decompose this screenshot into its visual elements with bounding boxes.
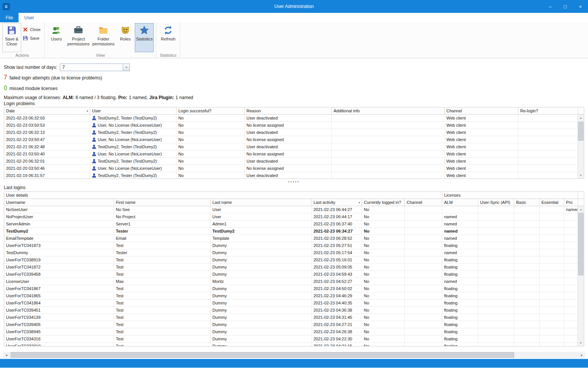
cell-text: 2021-02-19 06:31:57 — [6, 173, 45, 178]
user-icon — [92, 166, 96, 171]
cell-text: floating — [444, 243, 457, 248]
column-header-info[interactable]: Additional info — [332, 107, 445, 115]
column-header-activity[interactable]: Last activity▼ — [312, 199, 362, 206]
column-header-last[interactable]: Last name — [211, 199, 312, 206]
scroll-up-icon[interactable]: ▲ — [578, 115, 584, 121]
scroll-left-icon[interactable]: ◀ — [3, 352, 9, 358]
column-header-date[interactable]: Date▼ — [4, 107, 90, 115]
save-button[interactable]: Save — [23, 36, 41, 41]
cell-text: Dummy — [212, 286, 227, 291]
column-header-reason[interactable]: Reason — [245, 107, 332, 115]
cell-text: UserForTC041867 — [6, 286, 41, 291]
table-row[interactable]: 2021-02-23 06:32:03TestDumy2, Tester (Te… — [4, 115, 584, 122]
column-header-username[interactable]: Username — [4, 199, 114, 206]
table-row[interactable]: UserForTC039405TestDummy2021-02-23 04:27… — [4, 321, 584, 328]
sort-filter-icon[interactable]: ▼ — [358, 202, 360, 204]
combobox-dropdown-icon[interactable]: ▼ — [123, 64, 129, 71]
column-header-sync[interactable]: User-Sync (API) — [478, 199, 514, 206]
table-row[interactable]: UserForTC041873TestDummy2021-02-23 05:27… — [4, 242, 584, 249]
last-logins-vscrollbar[interactable]: ▲ ▼ — [577, 206, 584, 346]
cell-essential — [540, 335, 564, 343]
scrollbar-thumb[interactable] — [578, 122, 583, 141]
column-header-relogin[interactable]: Re-login? — [518, 107, 578, 115]
column-header-channel[interactable]: Channel — [445, 107, 518, 115]
tab-user[interactable]: User — [19, 13, 39, 22]
cell-sync — [478, 321, 514, 328]
scroll-up-icon[interactable]: ▲ — [578, 206, 584, 213]
cell-pro — [564, 220, 578, 228]
table-row[interactable]: UserForTC038945TestDummy2021-02-23 04:26… — [4, 328, 584, 335]
table-row[interactable]: 2021-02-21 06:32:48TestDumy2, Tester (Te… — [4, 143, 584, 151]
cell-success: No — [176, 151, 245, 158]
column-header-user[interactable]: User — [90, 107, 176, 115]
table-row[interactable]: UserForTC034316TestDummy2021-02-23 04:22… — [4, 335, 584, 343]
table-row[interactable]: UserForTC034139TestDummy2021-02-23 04:31… — [4, 314, 584, 321]
table-row[interactable]: TestDumy2TesterTestDumy22021-02-23 06:34… — [4, 228, 584, 235]
table-row[interactable]: 2021-02-20 06:32:01TestDumy2, Tester (Te… — [4, 158, 584, 165]
cell-pro — [564, 300, 578, 307]
column-header-first[interactable]: First name — [114, 199, 211, 206]
table-row[interactable]: TestDummyTesterDummy2021-02-23 05:17:54N… — [4, 249, 584, 256]
table-row[interactable]: UserForTC039458TestDummy2021-02-23 04:59… — [4, 271, 584, 278]
column-header-pro[interactable]: Pro — [564, 199, 578, 206]
column-header-essential[interactable]: Essential — [540, 199, 564, 206]
table-row[interactable]: NoProjectUserNo ProjectUser2021-02-23 06… — [4, 213, 584, 220]
app-icon[interactable]: c — [3, 3, 10, 10]
sort-filter-icon[interactable]: ▼ — [86, 110, 89, 112]
save-and-close-button[interactable]: Save & Close — [2, 23, 21, 52]
column-header-label: Basic — [516, 200, 526, 205]
cell-last: Dummy — [211, 292, 312, 300]
table-row[interactable]: UserForTC041872TestDummy2021-02-23 05:09… — [4, 264, 584, 271]
table-row[interactable]: UserForTC039451TestDummy2021-02-23 04:36… — [4, 307, 584, 314]
cell-alm: floating — [442, 242, 478, 249]
close-button[interactable]: Close — [23, 27, 41, 32]
table-row[interactable]: 2021-02-22 03:50:47User, No License (NoL… — [4, 136, 584, 143]
minimize-button[interactable]: – — [543, 0, 558, 13]
column-header-channel[interactable]: Channel — [405, 199, 442, 206]
cell-info — [332, 115, 445, 122]
table-row[interactable]: UserForTC032910TestDummy2021-02-23 04:21… — [4, 343, 584, 346]
refresh-button[interactable]: Refresh — [159, 23, 178, 52]
table-row[interactable]: UserForTC038919TestDummy2021-02-23 05:16… — [4, 256, 584, 264]
table-row[interactable]: NoSeeUserNo SeeUser2021-02-23 06:44:27No… — [4, 206, 584, 213]
table-row[interactable]: EmailTemplateEmailTemplate2021-02-23 06:… — [4, 235, 584, 242]
table-row[interactable]: 2021-02-19 06:31:57TestDumy2, Tester (Te… — [4, 172, 584, 179]
close-window-button[interactable]: × — [573, 0, 588, 13]
table-row[interactable]: LicenseUserMaxMoritz2021-02-23 04:52:27N… — [4, 278, 584, 285]
column-header-alm[interactable]: ALM — [442, 199, 478, 206]
cell-pro — [564, 249, 578, 256]
scroll-down-icon[interactable]: ▼ — [578, 340, 584, 346]
days-filter-label: Show last number of days: — [4, 65, 57, 70]
cell-text: ServerAdmin — [6, 222, 30, 226]
horizontal-scrollbar[interactable]: ◀ ▶ — [3, 352, 585, 358]
table-row[interactable]: 2021-02-21 03:50:40User, No License (NoL… — [4, 151, 584, 158]
table-row[interactable]: 2021-02-20 03:50:46User, No License (NoL… — [4, 165, 584, 172]
table-row[interactable]: 2021-02-23 03:50:53User, No License (NoL… — [4, 122, 584, 129]
column-header-label: Channel — [446, 109, 462, 113]
table-row[interactable]: UserForTC041865TestDummy2021-02-23 04:46… — [4, 292, 584, 300]
scrollbar-thumb[interactable] — [578, 213, 583, 275]
scroll-right-icon[interactable]: ▶ — [579, 352, 585, 358]
tab-file[interactable]: File — [0, 13, 19, 22]
statistics-button[interactable]: Statistics — [135, 23, 154, 52]
scroll-down-icon[interactable]: ▼ — [578, 172, 584, 179]
users-button[interactable]: Users — [47, 23, 66, 52]
hscrollbar-thumb[interactable] — [11, 352, 514, 358]
cell-text: No See — [116, 207, 130, 212]
days-combobox[interactable]: 7 ▼ — [60, 64, 130, 71]
cell-text: No — [178, 173, 184, 178]
column-header-logged[interactable]: Currently logged in? — [362, 199, 405, 206]
column-header-success[interactable]: Login successful? — [176, 107, 245, 115]
cell-text: named — [444, 222, 457, 226]
folder-permissions-button[interactable]: Folder permissions — [91, 23, 116, 52]
roles-button[interactable]: Roles — [116, 23, 135, 52]
table-row[interactable]: UserForTC041864TestDummy2021-02-23 04:40… — [4, 300, 584, 307]
table-row[interactable]: ServerAdminServer1Admin12021-02-23 06:37… — [4, 220, 584, 228]
maximize-button[interactable]: □ — [558, 0, 573, 13]
table-row[interactable]: 2021-02-22 06:32:13TestDumy2, Tester (Te… — [4, 129, 584, 136]
project-permissions-button[interactable]: Project permissions — [66, 23, 91, 52]
table-row[interactable]: UserForTC041867TestDummy2021-02-23 04:50… — [4, 285, 584, 292]
login-problems-vscrollbar[interactable]: ▲ ▼ — [577, 115, 584, 179]
column-header-basic[interactable]: Basic — [514, 199, 540, 206]
splitter-handle[interactable]: ••••• — [0, 180, 588, 185]
